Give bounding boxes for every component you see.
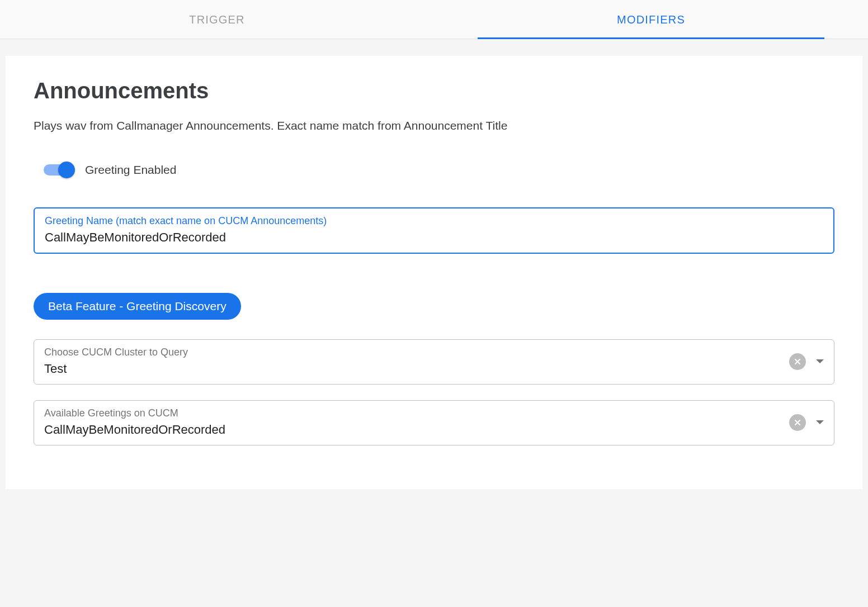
tab-trigger[interactable]: TRIGGER [0,0,434,39]
toggle-thumb [58,162,75,178]
tab-bar: TRIGGER MODIFIERS [0,0,868,39]
beta-feature-chip: Beta Feature - Greeting Discovery [34,293,241,320]
available-greetings-select[interactable]: Available Greetings on CUCM CallMayBeMon… [34,400,834,445]
page-title: Announcements [34,78,834,103]
greeting-enabled-row: Greeting Enabled [44,163,834,177]
cucm-cluster-label: Choose CUCM Cluster to Query [44,347,789,358]
greeting-enabled-label: Greeting Enabled [85,163,176,177]
chevron-down-icon[interactable] [816,420,824,424]
greeting-name-field[interactable]: Greeting Name (match exact name on CUCM … [34,207,834,254]
tab-modifiers[interactable]: MODIFIERS [434,0,868,39]
select-text: Choose CUCM Cluster to Query Test [44,347,789,376]
greeting-name-input[interactable] [45,230,823,245]
announcements-panel: Announcements Plays wav from Callmanager… [6,56,862,489]
clear-icon[interactable] [789,414,806,431]
chevron-down-icon[interactable] [816,359,824,363]
cucm-cluster-select[interactable]: Choose CUCM Cluster to Query Test [34,339,834,385]
select-text: Available Greetings on CUCM CallMayBeMon… [44,407,789,437]
available-greetings-label: Available Greetings on CUCM [44,407,789,419]
greeting-enabled-toggle[interactable] [44,164,73,176]
available-greetings-value: CallMayBeMonitoredOrRecorded [44,423,789,437]
clear-icon[interactable] [789,353,806,370]
cucm-cluster-value: Test [44,362,789,376]
page-description: Plays wav from Callmanager Announcements… [34,119,834,132]
greeting-name-label: Greeting Name (match exact name on CUCM … [45,215,823,227]
